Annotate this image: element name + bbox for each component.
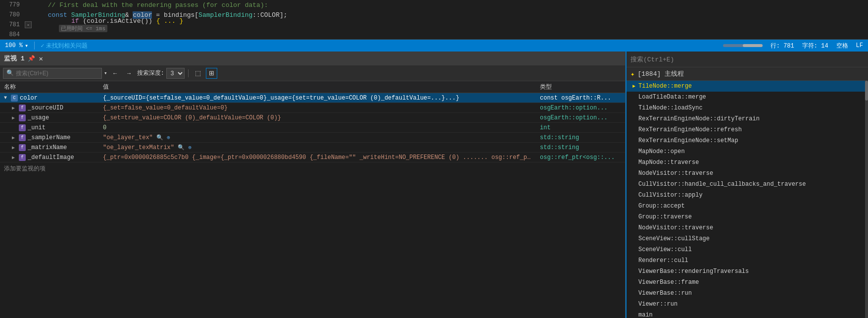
depth-label: 搜索深度:	[137, 69, 164, 77]
status-bar: 100 % ▾ ✓ 未找到相关问题 行: 781 字符: 14 空格 LF	[0, 40, 868, 52]
callstack-item[interactable]: CullVisitor::apply	[627, 190, 865, 201]
line-number-779: 779	[0, 1, 25, 8]
callstack-item-label: SceneView::cull	[638, 246, 692, 253]
nav-prev-button[interactable]: ←	[109, 68, 121, 79]
expand-triangle-defaultImage[interactable]: ▶	[12, 155, 17, 160]
callstack-item-group-accept[interactable]: Group::accept	[627, 201, 865, 212]
callstack-item[interactable]: NodeVisitor::traverse	[627, 222, 865, 233]
name-cell: ▶ f _usage	[0, 113, 99, 123]
value-cell-color: {_sourceUID={set=false_value=0_defaultVa…	[99, 93, 536, 103]
table-row[interactable]: ▶ f _unit 0 int	[0, 123, 625, 133]
value-cell-usage: {_set=true_value=COLOR (0)_defaultValue=…	[99, 113, 536, 123]
table-row[interactable]: ▶ f _sourceUID {_set=false_value=0_defau…	[0, 103, 625, 113]
callstack-item[interactable]: main	[627, 310, 865, 318]
value-cell-matrixName: "oe_layer_texMatrix" 🔍 ⊕	[99, 143, 536, 153]
type-cell-unit: int	[536, 123, 625, 133]
check-icon: ✓	[41, 42, 44, 50]
arrow-icon-matrixName: ⊕	[188, 145, 192, 151]
callstack-item-label: LoadTileData::merge	[638, 94, 706, 101]
type-cell-sourceUID: osgEarth::option...	[536, 103, 625, 113]
var-icon-samplerName: f	[19, 134, 26, 141]
table-row[interactable]: ▶ f _defaultImage {_ptr=0x0000026885c5c7…	[0, 153, 625, 162]
callstack-item-label: Group::accept	[638, 203, 685, 210]
nav-next-button[interactable]: →	[123, 68, 135, 79]
add-watch-label[interactable]: 添加要监视的项	[0, 162, 625, 175]
search-dropdown-icon[interactable]: ▾	[104, 70, 107, 76]
callstack-item[interactable]: MapNode::traverse	[627, 157, 865, 168]
name-cell: ▶ f _sourceUID	[0, 103, 99, 113]
watch-search-input[interactable]	[16, 70, 98, 77]
callstack-item-label: MapNode::open	[638, 148, 685, 155]
name-cell: ▶ f _defaultImage	[0, 153, 99, 162]
thread-icon: ✦	[630, 70, 634, 78]
depth-select[interactable]: 1 2 3 4 5	[166, 68, 185, 79]
var-icon-unit: f	[19, 124, 26, 131]
callstack-item[interactable]: RexTerrainEngineNode::refresh	[627, 124, 865, 135]
table-row[interactable]: ▼ C color {_sourceUID={set=false_value=0…	[0, 93, 625, 103]
table-row[interactable]: ▶ f _usage {_set=true_value=COLOR (0)_de…	[0, 113, 625, 123]
expand-triangle-sourceUID[interactable]: ▶	[12, 105, 17, 111]
table-row[interactable]: ▶ f _samplerName "oe_layer_tex" 🔍 ⊕ std:…	[0, 133, 625, 143]
status-check: ✓ 未找到相关问题	[41, 42, 88, 50]
expand-triangle-usage[interactable]: ▶	[12, 115, 17, 121]
code-editor: 779 // First deal with the rendering pas…	[0, 0, 868, 40]
callstack-item-label: RexTerrainEngineNode::dirtyTerrain	[638, 115, 760, 122]
name-cell: ▶ f _samplerName	[0, 133, 99, 143]
line-number-884: 884	[0, 31, 25, 38]
zoom-dropdown-icon[interactable]: ▾	[25, 42, 28, 50]
toolbar-separator	[188, 69, 189, 77]
callstack-item[interactable]: Group::traverse	[627, 212, 865, 222]
depth-control: 搜索深度: 1 2 3 4 5	[137, 68, 185, 79]
callstack-item[interactable]: MapNode::open	[627, 146, 865, 157]
watch-table[interactable]: 名称 值 类型 ▼ C color	[0, 81, 625, 318]
var-name-defaultImage: _defaultImage	[28, 154, 74, 161]
check-label: 未找到相关问题	[46, 42, 88, 50]
expand-button-781[interactable]: -	[25, 21, 32, 28]
callstack-item-label: RexTerrainEngineNode::setMap	[638, 137, 738, 144]
callstack-item-label: TileNode::loadSync	[638, 105, 703, 111]
callstack-scrollbar[interactable]	[865, 81, 868, 318]
callstack-item[interactable]: Renderer::cull	[627, 255, 865, 266]
watch-close-button[interactable]: ✕	[39, 54, 43, 63]
var-icon-matrixName: f	[19, 144, 26, 151]
callstack-search: 搜索(Ctrl+E)	[627, 52, 868, 67]
expand-triangle-matrixName[interactable]: ▶	[12, 145, 17, 151]
expand-triangle-samplerName[interactable]: ▶	[12, 135, 17, 141]
watch-pin-icon[interactable]: 📌	[28, 55, 35, 62]
callstack-item[interactable]: ViewerBase::frame	[627, 277, 865, 288]
arrow-icon-samplerName: ⊕	[167, 135, 170, 141]
zoom-value: 100 %	[5, 42, 23, 49]
char-info: 字符: 14	[802, 42, 828, 50]
callstack-item[interactable]: Viewer::run	[627, 299, 865, 310]
callstack-item[interactable]: SceneView::cullStage	[627, 233, 865, 244]
code-line-884: 884	[0, 30, 868, 39]
callstack-item[interactable]: RexTerrainEngineNode::setMap	[627, 135, 865, 146]
callstack-item[interactable]: ViewerBase::run	[627, 288, 865, 299]
scroll-bar[interactable]	[723, 44, 763, 47]
table-row[interactable]: ▶ f _matrixName "oe_layer_texMatrix" 🔍 ⊕…	[0, 143, 625, 153]
value-cell-unit: 0	[99, 123, 536, 133]
callstack-item[interactable]: RexTerrainEngineNode::dirtyTerrain	[627, 113, 865, 124]
expand-triangle-color[interactable]: ▼	[4, 95, 9, 101]
search-small-icon-matrixName[interactable]: 🔍	[178, 145, 185, 151]
grid-button[interactable]: ⊞	[206, 68, 217, 79]
callstack-item[interactable]: ViewerBase::renderingTraversals	[627, 266, 865, 277]
callstack-item-current[interactable]: TileNode::merge	[627, 81, 865, 92]
col-header-type: 类型	[536, 81, 625, 93]
format-button[interactable]: ⬚	[192, 68, 204, 79]
callstack-item[interactable]: SceneView::cull	[627, 244, 865, 255]
lineend-info: LF	[856, 42, 863, 49]
search-small-icon-samplerName[interactable]: 🔍	[156, 135, 163, 141]
var-name-color: color	[20, 95, 38, 102]
callstack-item-cull-visitor[interactable]: CullVisitor::handle_cull_callbacks_and_t…	[627, 179, 865, 190]
var-icon-sourceUID: f	[19, 105, 26, 111]
status-zoom[interactable]: 100 % ▾	[5, 42, 28, 50]
callstack-item[interactable]: LoadTileData::merge	[627, 92, 865, 103]
callstack-item[interactable]: NodeVisitor::traverse	[627, 168, 865, 179]
callstack-item[interactable]: TileNode::loadSync	[627, 103, 865, 113]
watch-search-box[interactable]: 🔍	[3, 68, 102, 79]
watch-header: 监视 1 📌 ✕	[0, 52, 625, 65]
callstack-item-label: ViewerBase::frame	[638, 279, 699, 286]
callstack-list[interactable]: TileNode::merge LoadTileData::merge Tile…	[627, 81, 865, 318]
callstack-item-label: Renderer::cull	[638, 257, 688, 264]
